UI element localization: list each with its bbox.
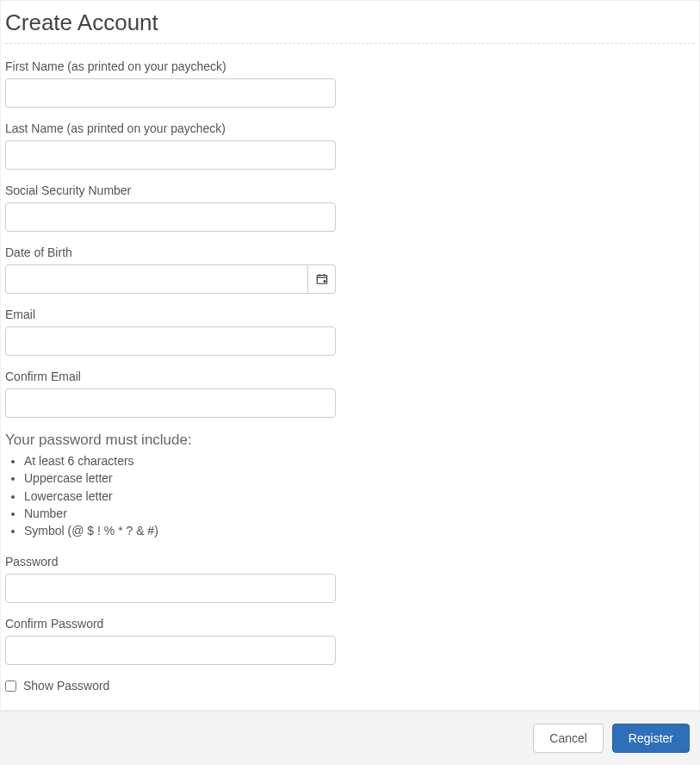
password-requirements-list: At least 6 characters Uppercase letter L… <box>5 452 695 539</box>
requirement-item: Symbol (@ $ ! % * ? & #) <box>24 522 695 539</box>
requirement-item: Lowercase letter <box>24 488 695 505</box>
first-name-label: First Name (as printed on your paycheck) <box>5 59 695 73</box>
confirm-password-input[interactable] <box>5 636 336 665</box>
cancel-button[interactable]: Cancel <box>533 724 604 753</box>
show-password-checkbox[interactable] <box>5 680 16 692</box>
ssn-group: Social Security Number <box>5 183 695 232</box>
last-name-label: Last Name (as printed on your paycheck) <box>5 121 695 135</box>
dob-group: Date of Birth <box>5 245 695 294</box>
password-label: Password <box>5 555 695 569</box>
footer-bar: Cancel Register <box>0 711 700 765</box>
dob-label: Date of Birth <box>5 245 695 259</box>
email-label: Email <box>5 308 695 321</box>
calendar-icon <box>316 273 328 285</box>
register-button[interactable]: Register <box>612 724 690 753</box>
requirement-item: Uppercase letter <box>24 469 695 487</box>
dob-calendar-button[interactable] <box>308 264 336 294</box>
dob-input[interactable] <box>5 264 308 294</box>
confirm-password-label: Confirm Password <box>5 617 695 631</box>
last-name-group: Last Name (as printed on your paycheck) <box>5 121 695 170</box>
create-account-form: Create Account First Name (as printed on… <box>0 0 700 711</box>
password-input[interactable] <box>5 574 336 603</box>
requirement-item: Number <box>24 505 695 522</box>
dob-input-wrap <box>5 264 336 294</box>
last-name-input[interactable] <box>5 140 336 170</box>
password-requirements-title: Your password must include: <box>5 432 695 449</box>
email-input[interactable] <box>5 326 336 356</box>
password-requirements: Your password must include: At least 6 c… <box>5 432 695 539</box>
confirm-password-group: Confirm Password <box>5 617 695 665</box>
email-group: Email <box>5 308 695 356</box>
ssn-input[interactable] <box>5 202 336 232</box>
password-group: Password <box>5 555 695 603</box>
show-password-label: Show Password <box>23 679 109 693</box>
confirm-email-label: Confirm Email <box>5 370 695 383</box>
show-password-row: Show Password <box>5 679 695 693</box>
first-name-input[interactable] <box>5 78 336 108</box>
confirm-email-input[interactable] <box>5 388 336 418</box>
ssn-label: Social Security Number <box>5 183 695 197</box>
confirm-email-group: Confirm Email <box>5 370 695 418</box>
page-title: Create Account <box>5 9 695 44</box>
svg-rect-4 <box>323 280 325 283</box>
requirement-item: At least 6 characters <box>24 452 695 469</box>
first-name-group: First Name (as printed on your paycheck) <box>5 59 695 108</box>
